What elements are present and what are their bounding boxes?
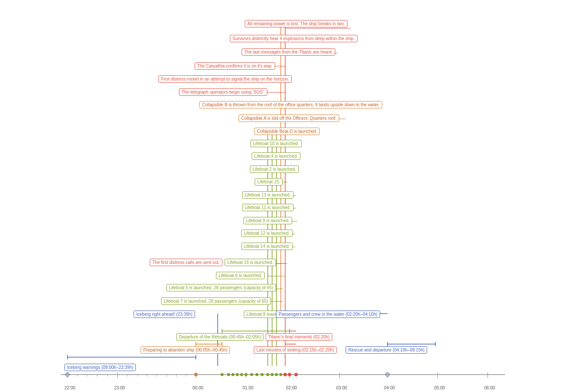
time-03: 03:00 [336, 385, 347, 390]
event-label-explosions: Survivors distinctly hear 4 explosions f… [230, 35, 357, 42]
event-label-lb16: Lifeboat 16 is launched. [225, 259, 276, 266]
svg-point-60 [271, 373, 274, 376]
phase-departure-lifeboats: Departure of the lifeboats (00:45h–02:05… [176, 333, 263, 341]
svg-point-52 [232, 373, 235, 376]
event-label-lb4: Lifeboat 4 is launched. [252, 152, 300, 160]
event-label-iceberg: Iceberg right ahead! (23:39h) [134, 311, 195, 318]
event-label-lb2: Lifeboat 2 is launched. [250, 166, 299, 173]
svg-point-56 [250, 373, 253, 376]
svg-point-61 [275, 373, 278, 376]
svg-point-63 [66, 373, 69, 376]
event-label-distress-calls: The first distress calls are sent out. [150, 259, 222, 266]
event-label-collapsible-d: Collapsible Boat D is launched. [254, 128, 320, 135]
phase-rescue: Rescue and departure (04:10h–09:15h) [346, 346, 427, 354]
event-label-lb9: Lifeboat 9 is launched. [243, 217, 292, 224]
svg-point-64 [386, 373, 389, 376]
event-label-sos: The telegraph operators begin using 'SOS… [179, 88, 267, 96]
time-01: 01:00 [243, 385, 253, 390]
svg-point-49 [194, 373, 198, 376]
time-02: 02:00 [286, 385, 297, 390]
svg-point-48 [283, 373, 287, 376]
phase-last-minutes: Last minutes of sinking (02:15h–02:20h) [254, 346, 337, 354]
event-label-passengers-water: Passengers and crew in the water (02:20h… [276, 311, 380, 318]
svg-point-50 [221, 373, 224, 376]
event-label-lb10: Lifeboat 10 is launched. [250, 140, 302, 147]
event-label-lb15: Lifeboat 15. [255, 178, 283, 186]
svg-point-65 [288, 373, 291, 376]
event-label-lb6: Lifeboat 6 is launched. [216, 272, 265, 279]
time-04: 04:00 [384, 385, 395, 390]
time-06: 06:00 [484, 385, 495, 390]
event-label-lb5: Lifeboat 5 is launched. 28 passengers (c… [166, 284, 276, 291]
event-label-lb13: Lifeboat 13 is launched. [242, 191, 293, 199]
time-23: 23:00 [114, 385, 125, 390]
event-label-distress-rocket: First distress rocket in an attempt to s… [158, 75, 292, 83]
svg-point-53 [236, 373, 239, 376]
time-00: 00:00 [192, 385, 203, 390]
time-22: 22:00 [64, 385, 75, 390]
event-label-collapsible-b: Collapsible B is thrown from the roof of… [199, 101, 382, 108]
event-label-lb11: Lifeboat 11 is launched. [242, 204, 293, 211]
event-label-lb14: Lifeboat 14 is launched. [241, 243, 293, 250]
time-05: 05:00 [434, 385, 445, 390]
phase-preparing-abandon: Preparing to abandon ship (00:05h–00:45h… [141, 346, 230, 354]
event-label-lb12: Lifeboat 12 is launched. [241, 230, 293, 237]
event-label-collapsible-a: Collapsible A is slid off the Officers' … [239, 115, 339, 122]
svg-point-51 [227, 373, 230, 376]
svg-point-58 [261, 373, 264, 376]
phase-final-moments: Titanic's final moments (02:20h) [266, 333, 332, 341]
svg-point-54 [240, 373, 243, 376]
svg-point-57 [256, 373, 259, 376]
chart-container: All remaining power is lost. The ship br… [0, 0, 566, 392]
event-label-carpathia: The Carpathia confirms it is on it's way… [195, 62, 275, 70]
svg-point-62 [280, 373, 283, 376]
event-label-lb7: Lifeboat 7 is launched. 28 passengers (c… [161, 297, 271, 305]
svg-point-59 [266, 373, 270, 376]
svg-point-66 [294, 373, 298, 376]
event-label-power-lost: All remaining power is lost. The ship br… [245, 20, 347, 27]
phase-iceberg-warnings: Iceberg warnings (09:00h–23:39h) [64, 364, 136, 371]
svg-point-55 [245, 373, 248, 376]
event-label-last-messages: The last messages from the Titanic are h… [242, 48, 335, 56]
